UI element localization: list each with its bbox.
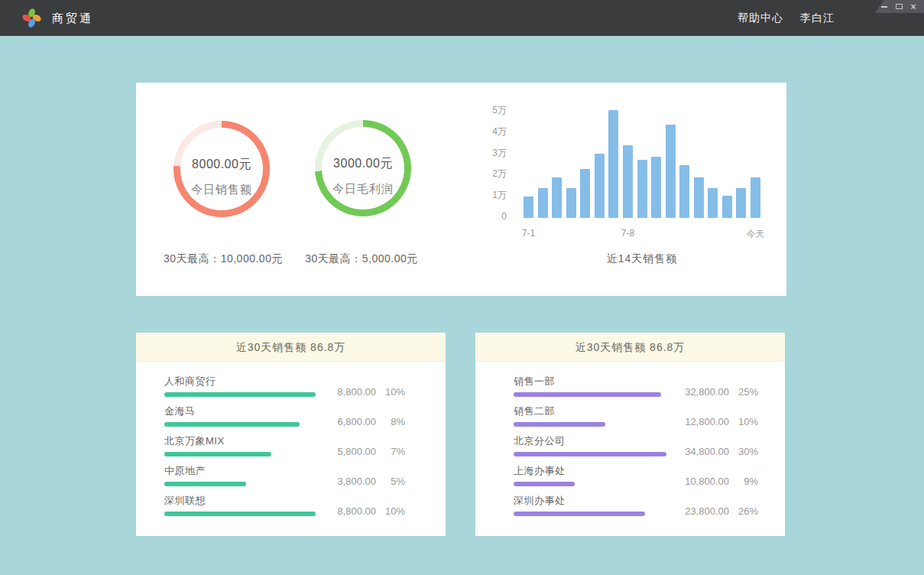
ranking-name: 北京分公司 [514, 434, 674, 447]
ranking-value: 34,800.00 [674, 446, 729, 457]
ranking-name: 上海办事处 [514, 464, 674, 477]
daily-sales-bar [623, 145, 633, 218]
minimize-button[interactable] [880, 2, 888, 11]
ranking-percent: 10% [376, 386, 405, 398]
ranking-bar [164, 482, 246, 486]
y-axis-tick: 3万 [492, 148, 507, 158]
customer-ranking-list: 人和商贸行8,800.0010%金海马6,800.008%北京万象MIX5,80… [136, 362, 446, 516]
daily-sales-bar [651, 157, 661, 218]
ranking-value: 6,800.00 [321, 416, 376, 427]
ranking-row: 北京分公司34,800.0030% [514, 434, 758, 456]
ranking-bar [514, 422, 605, 427]
x-axis-tick: 今天 [747, 228, 765, 241]
app-header: 商贸通 帮助中心 李白江 × [0, 0, 924, 36]
today-sales-value: 8000.00元 [192, 157, 251, 173]
ranking-percent: 30% [729, 446, 758, 457]
y-axis-tick: 2万 [492, 168, 507, 179]
daily-sales-bar [538, 188, 548, 218]
ranking-percent: 10% [376, 505, 405, 517]
user-name-link[interactable]: 李白江 [800, 11, 835, 25]
ranking-percent: 5% [376, 476, 405, 487]
ranking-name: 深圳办事处 [514, 494, 674, 507]
ranking-bar [514, 452, 666, 456]
overview-card: 8000.00元 今日销售额 30天最高：10,000.00元 3000.00元… [136, 83, 786, 296]
ranking-row: 人和商贸行8,800.0010% [164, 375, 405, 397]
daily-sales-bar [736, 188, 746, 218]
daily-sales-bar [637, 160, 647, 218]
today-sales-donut: 8000.00元 今日销售额 [173, 121, 270, 217]
ranking-bar [514, 392, 661, 397]
ranking-row: 金海马6,800.008% [164, 404, 405, 427]
ranking-name: 北京万象MIX [164, 434, 321, 447]
maximize-button[interactable] [895, 2, 903, 11]
ranking-row: 深圳联想8,800.0010% [164, 494, 405, 516]
department-ranking-list: 销售一部32,800.0025%销售二部12,800.0010%北京分公司34,… [475, 362, 785, 516]
ranking-row: 中原地产3,800.005% [164, 464, 405, 486]
today-profit-donut-center: 3000.00元 今日毛利润 [315, 120, 411, 216]
ranking-bar [164, 422, 300, 427]
appbar-nav: 帮助中心 李白江 [738, 0, 835, 36]
department-ranking-panel: 近30天销售额 86.8万 销售一部32,800.0025%销售二部12,800… [475, 333, 785, 536]
daily-sales-bar [524, 197, 533, 218]
ranking-name: 中原地产 [164, 464, 321, 477]
ranking-value: 12,800.00 [674, 416, 729, 427]
close-button[interactable]: × [909, 2, 917, 11]
ranking-bar [164, 392, 316, 397]
daily-sales-bar [595, 154, 605, 218]
x-axis-tick: 7-8 [621, 228, 634, 239]
ranking-value: 10,800.00 [674, 476, 729, 487]
ranking-name: 销售一部 [514, 375, 674, 388]
daily-sales-bar [679, 165, 689, 218]
ranking-percent: 9% [729, 476, 758, 487]
ranking-value: 5,800.00 [321, 446, 376, 457]
daily-sales-bar [608, 110, 618, 218]
ranking-name: 金海马 [164, 404, 321, 417]
y-axis-tick: 4万 [492, 126, 507, 137]
x-axis-tick: 7-1 [522, 228, 535, 239]
ranking-percent: 7% [376, 446, 405, 457]
ranking-bar [514, 482, 575, 486]
daily-sales-bar [566, 188, 576, 218]
ranking-value: 8,800.00 [321, 386, 376, 398]
ranking-row: 销售二部12,800.0010% [514, 404, 758, 427]
ranking-value: 3,800.00 [321, 476, 376, 487]
daily-sales-bar [580, 169, 590, 218]
ranking-percent: 25% [729, 386, 758, 398]
ranking-name: 深圳联想 [164, 494, 321, 507]
ranking-row: 深圳办事处23,800.0026% [514, 494, 758, 516]
help-center-link[interactable]: 帮助中心 [738, 11, 783, 25]
daily-sales-bars [524, 111, 760, 218]
minimize-icon [881, 6, 887, 8]
daily-sales-bar [552, 177, 562, 218]
ranking-value: 32,800.00 [674, 386, 729, 398]
ranking-name: 人和商贸行 [164, 375, 321, 388]
y-axis-tick: 1万 [492, 190, 507, 200]
ranking-percent: 10% [729, 416, 758, 427]
daily-sales-bar [666, 125, 676, 218]
ranking-row: 上海办事处10,800.009% [514, 464, 758, 486]
dashboard-page: 商贸通 帮助中心 李白江 × 8000.00元 今日销售额 30天最高：10,0… [0, 0, 924, 575]
ranking-bar [164, 512, 316, 516]
pinwheel-logo-icon [21, 8, 42, 28]
ranking-value: 8,800.00 [321, 505, 376, 517]
ranking-name: 销售二部 [514, 404, 674, 417]
department-ranking-title: 近30天销售额 86.8万 [475, 333, 785, 362]
window-controls: × [875, 0, 924, 13]
y-axis-tick: 5万 [492, 105, 507, 115]
today-profit-value: 3000.00元 [333, 156, 393, 172]
customer-ranking-panel: 近30天销售额 86.8万 人和商贸行8,800.0010%金海马6,800.0… [136, 333, 446, 536]
today-profit-label: 今日毛利润 [332, 182, 394, 197]
ranking-row: 销售一部32,800.0025% [514, 375, 758, 397]
daily-sales-bar [694, 177, 704, 218]
daily-sales-bar [751, 177, 760, 218]
close-icon: × [910, 3, 916, 11]
app-title: 商贸通 [52, 0, 93, 36]
today-sales-label: 今日销售额 [191, 183, 252, 197]
today-profit-30day-high: 30天最高：5,000.00元 [274, 252, 449, 266]
ranking-value: 23,800.00 [674, 505, 729, 517]
today-profit-donut: 3000.00元 今日毛利润 [315, 120, 411, 216]
daily-sales-bar [708, 188, 718, 218]
maximize-icon [896, 4, 903, 9]
ranking-bar [514, 512, 645, 516]
y-axis-tick: 0 [501, 211, 507, 222]
